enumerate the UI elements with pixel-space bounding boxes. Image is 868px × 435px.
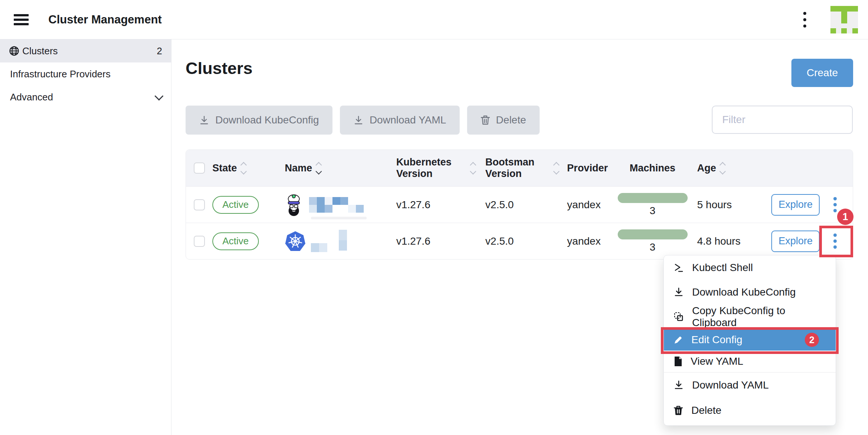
- trash-icon: [673, 405, 683, 416]
- captain-avatar: [285, 193, 303, 216]
- sidebar-item-label: Advanced: [10, 91, 53, 103]
- provider-value: yandex: [567, 235, 601, 247]
- brand-logo: [830, 6, 858, 33]
- download-icon: [199, 115, 209, 125]
- row-checkbox[interactable]: [194, 199, 205, 210]
- download-icon: [673, 380, 684, 390]
- redacted-subtext: [311, 217, 367, 219]
- app-title: Cluster Management: [48, 13, 162, 26]
- button-label: Download YAML: [370, 114, 446, 126]
- sidebar-item-label: Clusters: [22, 45, 58, 57]
- column-header-age: Age: [697, 162, 716, 174]
- explore-button[interactable]: Explore: [771, 194, 820, 216]
- row-context-menu: Kubectl Shell Download KubeConfig Copy K…: [663, 255, 836, 426]
- menu-item-kubectl-shell[interactable]: Kubectl Shell: [664, 255, 836, 280]
- sidebar-item-infrastructure-providers[interactable]: Infrastructure Providers: [0, 62, 171, 86]
- row-kebab-menu-icon[interactable]: [830, 230, 840, 252]
- sidebar: Clusters 2 Infrastructure Providers Adva…: [0, 39, 171, 435]
- top-bar: Cluster Management: [0, 0, 868, 39]
- age-value: 4.8 hours: [697, 235, 740, 247]
- menu-item-view-yaml[interactable]: View YAML: [664, 351, 836, 372]
- sidebar-item-clusters[interactable]: Clusters 2: [0, 39, 171, 62]
- menu-item-label: Delete: [691, 405, 721, 416]
- column-header-name: Name: [285, 162, 312, 174]
- copy-icon: [673, 312, 684, 322]
- column-header-provider: Provider: [567, 162, 608, 174]
- header-kebab-menu-icon[interactable]: [800, 8, 810, 31]
- menu-item-delete[interactable]: Delete: [664, 398, 836, 423]
- pencil-icon: [673, 335, 683, 345]
- terminal-icon: [673, 262, 684, 273]
- sort-bootsman-version-icon[interactable]: [554, 163, 559, 174]
- sort-name-icon[interactable]: [316, 163, 321, 174]
- sidebar-item-label: Infrastructure Providers: [10, 68, 110, 80]
- age-value: 5 hours: [697, 199, 732, 211]
- chevron-down-icon: [154, 91, 163, 100]
- row-checkbox[interactable]: [194, 236, 205, 247]
- menu-item-label: Download YAML: [692, 379, 769, 391]
- provider-value: yandex: [567, 199, 601, 211]
- kubernetes-version-value: v1.27.6: [396, 199, 430, 211]
- download-icon: [673, 287, 684, 297]
- machines-progress-bar: [618, 229, 688, 239]
- menu-item-copy-kubeconfig[interactable]: Copy KubeConfig to Clipboard: [664, 304, 836, 329]
- filter-input[interactable]: [712, 106, 853, 134]
- machines-progress-bar: [618, 193, 688, 203]
- column-header-machines: Machines: [630, 162, 675, 174]
- redacted-cluster-name: [309, 197, 364, 213]
- create-button[interactable]: Create: [791, 59, 853, 87]
- sort-state-icon[interactable]: [241, 163, 246, 174]
- machines-count: 3: [650, 205, 656, 217]
- button-label: Download KubeConfig: [215, 114, 319, 126]
- annotation-step-1-badge: 1: [837, 209, 853, 225]
- redacted-cluster-name: [311, 230, 347, 253]
- explore-button[interactable]: Explore: [771, 231, 820, 252]
- menu-item-label: Download KubeConfig: [692, 286, 796, 298]
- bootsman-version-value: v2.5.0: [485, 199, 514, 211]
- bulk-actions-toolbar: Download KubeConfig Download YAML Delete: [186, 106, 540, 135]
- delete-button[interactable]: Delete: [467, 106, 540, 135]
- hamburger-menu-icon[interactable]: [14, 12, 29, 28]
- column-header-bootsman-version: Bootsman Version: [485, 157, 541, 180]
- menu-item-label: Kubectl Shell: [692, 262, 753, 274]
- menu-item-download-yaml[interactable]: Download YAML: [664, 373, 836, 398]
- sort-kubernetes-version-icon[interactable]: [471, 163, 475, 174]
- menu-item-edit-config[interactable]: Edit Config 2: [664, 329, 836, 351]
- bootsman-version-value: v2.5.0: [485, 235, 514, 247]
- trash-icon: [480, 115, 490, 125]
- menu-item-label: Copy KubeConfig to Clipboard: [692, 305, 826, 329]
- file-icon: [673, 356, 682, 367]
- kubernetes-logo-avatar: [285, 231, 306, 252]
- clusters-count: 2: [157, 45, 162, 57]
- sidebar-item-advanced[interactable]: Advanced: [0, 86, 171, 109]
- select-all-checkbox[interactable]: [194, 162, 205, 174]
- button-label: Delete: [496, 114, 526, 126]
- menu-item-label: View YAML: [691, 355, 743, 367]
- table-row: Active v1.27.6: [186, 223, 853, 259]
- status-badge: Active: [212, 232, 259, 250]
- machines-count: 3: [650, 241, 656, 253]
- sort-age-icon[interactable]: [720, 163, 725, 174]
- menu-item-label: Edit Config: [691, 334, 742, 346]
- annotation-step-2-badge: 2: [805, 333, 819, 347]
- menu-item-download-kubeconfig[interactable]: Download KubeConfig: [664, 280, 836, 304]
- clusters-table: State Name Kubernetes Version Bootsman V…: [186, 149, 853, 260]
- table-row: Active: [186, 187, 853, 223]
- kubernetes-version-value: v1.27.6: [396, 235, 430, 247]
- globe-icon: [9, 46, 19, 56]
- download-yaml-button[interactable]: Download YAML: [340, 106, 460, 135]
- table-header-row: State Name Kubernetes Version Bootsman V…: [186, 150, 853, 187]
- column-header-kubernetes-version: Kubernetes Version: [396, 157, 452, 180]
- column-header-state: State: [212, 162, 237, 174]
- download-kubeconfig-button[interactable]: Download KubeConfig: [186, 106, 332, 135]
- page-title: Clusters: [186, 59, 253, 78]
- download-icon: [353, 115, 364, 125]
- status-badge: Active: [212, 196, 259, 214]
- cluster-management-screen: Cluster Management Clusters 2 Infrastruc…: [0, 0, 868, 435]
